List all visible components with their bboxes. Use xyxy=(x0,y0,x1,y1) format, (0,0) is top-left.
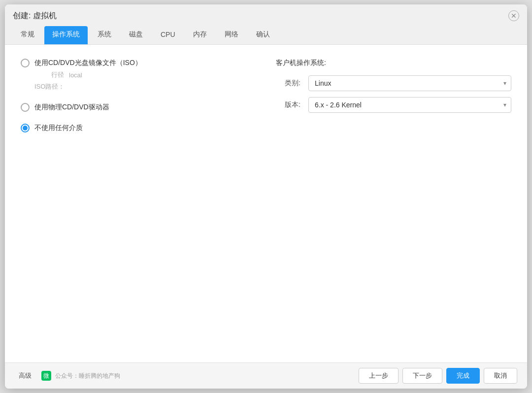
left-panel: 使用CD/DVD光盘镜像文件（ISO） 行径 local ISO路径： xyxy=(21,59,256,132)
close-button[interactable]: ✕ xyxy=(508,10,519,21)
iso-radio-option[interactable]: 使用CD/DVD光盘镜像文件（ISO） xyxy=(21,59,256,67)
iso-store-row: ISO路径： xyxy=(34,82,256,91)
iso-path-value: local xyxy=(69,71,82,79)
create-vm-dialog: 创建: 虚拟机 ✕ 常规 操作系统 系统 磁盘 CPU 内存 网络 确认 使用C… xyxy=(5,4,527,389)
footer-right: 上一步 下一步 完成 取消 xyxy=(359,368,517,384)
tab-general[interactable]: 常规 xyxy=(13,26,42,44)
advanced-button[interactable]: 高级 xyxy=(15,369,35,382)
dialog-header: 创建: 虚拟机 ✕ 常规 操作系统 系统 磁盘 CPU 内存 网络 确认 xyxy=(5,4,527,45)
nomedia-radio-button[interactable] xyxy=(21,124,30,132)
tab-system[interactable]: 系统 xyxy=(90,26,119,44)
finish-button[interactable]: 完成 xyxy=(446,368,480,384)
version-row: 版本: 6.x - 2.6 Kernel 5.x - 2.6 Kernel 4.… xyxy=(276,97,511,113)
dialog-footer: 高级 微 公众号：睡折腾的地产狗 上一步 下一步 完成 取消 xyxy=(5,362,527,389)
category-row: 类别: Linux Windows Other ▾ xyxy=(276,75,511,91)
back-button[interactable]: 上一步 xyxy=(359,368,399,384)
tab-network[interactable]: 网络 xyxy=(217,26,246,44)
iso-radio-button[interactable] xyxy=(21,59,30,67)
dialog-title: 创建: 虚拟机 xyxy=(13,11,57,21)
physical-radio-option[interactable]: 使用物理CD/DVD驱动器 xyxy=(21,103,256,112)
iso-path-label: 行径 xyxy=(34,70,64,79)
footer-left: 高级 微 公众号：睡折腾的地产狗 xyxy=(15,369,120,382)
tab-cpu[interactable]: CPU xyxy=(153,26,183,44)
tab-disk[interactable]: 磁盘 xyxy=(121,26,151,44)
next-button[interactable]: 下一步 xyxy=(402,368,442,384)
tab-confirm[interactable]: 确认 xyxy=(248,26,278,44)
guest-os-title: 客户机操作系统: xyxy=(276,59,511,67)
dialog-body: 使用CD/DVD光盘镜像文件（ISO） 行径 local ISO路径： xyxy=(5,45,527,362)
category-select-wrapper: Linux Windows Other ▾ xyxy=(308,75,511,91)
wechat-icon: 微 xyxy=(41,371,51,381)
iso-sub-options: 行径 local ISO路径： xyxy=(34,70,256,91)
tab-memory[interactable]: 内存 xyxy=(185,26,215,44)
nomedia-radio-label: 不使用任何介质 xyxy=(34,124,83,132)
iso-store-label: ISO路径： xyxy=(34,82,65,91)
right-panel: 客户机操作系统: 类别: Linux Windows Other ▾ 版本: xyxy=(276,59,511,132)
watermark: 微 公众号：睡折腾的地产狗 xyxy=(41,371,120,381)
version-label: 版本: xyxy=(276,100,300,109)
category-label: 类别: xyxy=(276,79,300,88)
iso-radio-label: 使用CD/DVD光盘镜像文件（ISO） xyxy=(34,59,142,67)
physical-radio-button[interactable] xyxy=(21,103,30,112)
category-select[interactable]: Linux Windows Other xyxy=(308,75,511,91)
version-select[interactable]: 6.x - 2.6 Kernel 5.x - 2.6 Kernel 4.x - … xyxy=(308,97,511,113)
tab-bar: 常规 操作系统 系统 磁盘 CPU 内存 网络 确认 xyxy=(13,26,519,44)
physical-radio-label: 使用物理CD/DVD驱动器 xyxy=(34,103,109,112)
tab-os[interactable]: 操作系统 xyxy=(44,26,88,44)
version-select-wrapper: 6.x - 2.6 Kernel 5.x - 2.6 Kernel 4.x - … xyxy=(308,97,511,113)
watermark-text: 公众号：睡折腾的地产狗 xyxy=(55,372,120,380)
iso-path-row: 行径 local xyxy=(34,70,256,79)
iso-option-group: 使用CD/DVD光盘镜像文件（ISO） 行径 local ISO路径： xyxy=(21,59,256,91)
nomedia-radio-option[interactable]: 不使用任何介质 xyxy=(21,124,256,132)
cancel-button[interactable]: 取消 xyxy=(484,368,517,384)
